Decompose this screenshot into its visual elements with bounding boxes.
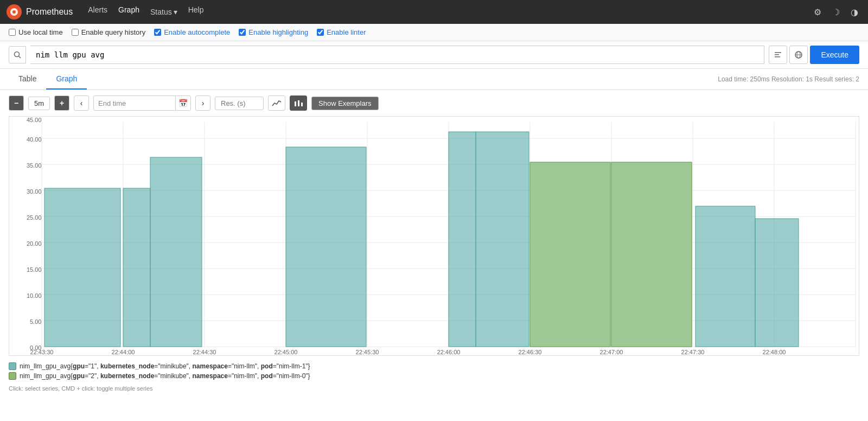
load-info: Load time: 250ms Resolution: 1s Result s…: [718, 75, 859, 83]
format-icon: [774, 50, 782, 59]
x-label-8: 22:47:30: [681, 349, 705, 355]
x-label-6: 22:46:30: [519, 349, 542, 355]
chart-svg: 0.00 5.00 10.00 15.00 20.00 25.00 30.00 …: [9, 117, 860, 355]
legend: nim_llm_gpu_avg{gpu="1", kubernetes_node…: [0, 356, 868, 384]
legend-label-2: nim_llm_gpu_avg{gpu="2", kubernetes_node…: [20, 372, 310, 380]
options-bar: Use local time Enable query history Enab…: [0, 24, 868, 41]
contrast-icon-btn[interactable]: ◑: [847, 5, 861, 20]
bar-6-green: [611, 162, 692, 347]
nav-help[interactable]: Help: [184, 3, 208, 16]
navbar-right: ⚙ ☽ ◑: [810, 5, 861, 20]
svg-rect-5: [775, 54, 779, 55]
enable-highlighting-label: Enable highlighting: [248, 28, 308, 36]
y-label-45: 45.00: [27, 117, 42, 123]
svg-line-3: [19, 56, 21, 59]
x-label-3: 22:45:00: [275, 349, 298, 355]
search-bar: Execute: [0, 41, 868, 69]
tab-graph[interactable]: Graph: [46, 69, 87, 90]
search-actions: Execute: [769, 46, 859, 64]
svg-rect-12: [301, 103, 303, 106]
enable-query-history-option[interactable]: Enable query history: [72, 28, 146, 36]
x-label-5: 22:46:00: [437, 349, 461, 355]
x-label-7: 22:47:00: [600, 349, 623, 355]
legend-hint: Click: select series, CMD + click: toggl…: [0, 384, 868, 396]
svg-rect-6: [775, 56, 780, 58]
query-input[interactable]: [30, 46, 764, 64]
prometheus-logo-icon: [7, 4, 22, 20]
end-time-placeholder: End time: [98, 99, 126, 107]
y-label-20: 20.00: [27, 240, 42, 247]
bar-3: [286, 147, 366, 347]
legend-color-2: [9, 372, 16, 380]
use-local-time-option[interactable]: Use local time: [9, 28, 63, 36]
bar-chart-icon: [293, 99, 303, 107]
y-label-25: 25.00: [27, 214, 42, 221]
x-label-9: 22:48:00: [763, 349, 786, 355]
use-local-time-label: Use local time: [18, 28, 63, 36]
legend-color-1: [9, 362, 16, 370]
metrics-explorer-btn[interactable]: [789, 46, 808, 64]
legend-item-2[interactable]: nim_llm_gpu_avg{gpu="2", kubernetes_node…: [9, 372, 859, 380]
y-label-10: 10.00: [27, 292, 42, 299]
graph-controls: − 5m + ‹ End time 📅 › Show Exemplars: [0, 90, 868, 116]
line-chart-btn[interactable]: [268, 95, 285, 111]
enable-autocomplete-checkbox[interactable]: [154, 29, 161, 36]
main-nav: Alerts Graph Status ▾ Help: [84, 5, 208, 18]
enable-highlighting-option[interactable]: Enable highlighting: [239, 28, 308, 36]
x-label-4: 22:45:30: [356, 349, 379, 355]
enable-linter-option[interactable]: Enable linter: [317, 28, 366, 36]
nav-graph[interactable]: Graph: [114, 3, 144, 16]
bar-1: [44, 188, 120, 347]
calendar-icon-btn[interactable]: 📅: [175, 95, 190, 111]
time-back-btn[interactable]: ‹: [74, 95, 89, 111]
duration-minus-btn[interactable]: −: [9, 95, 24, 111]
chart-container: 0.00 5.00 10.00 15.00 20.00 25.00 30.00 …: [9, 116, 859, 356]
enable-linter-label: Enable linter: [327, 28, 366, 36]
duration-plus-btn[interactable]: +: [54, 95, 69, 111]
bar-5-green: [530, 162, 610, 347]
svg-rect-4: [775, 52, 781, 53]
end-time-text: End time: [94, 99, 175, 107]
bar-4a: [449, 132, 476, 347]
x-label-2: 22:44:30: [193, 349, 216, 355]
format-query-btn[interactable]: [769, 46, 787, 64]
enable-autocomplete-option[interactable]: Enable autocomplete: [154, 28, 230, 36]
nav-alerts[interactable]: Alerts: [84, 3, 112, 16]
y-label-35: 35.00: [27, 162, 42, 169]
duration-display: 5m: [28, 97, 50, 110]
search-icon-wrap[interactable]: [9, 46, 26, 63]
tab-table[interactable]: Table: [9, 69, 46, 90]
line-chart-icon: [272, 99, 282, 107]
bar-2b: [150, 157, 202, 347]
time-forward-btn[interactable]: ›: [195, 95, 210, 111]
status-dropdown-icon: ▾: [174, 8, 177, 16]
y-label-40: 40.00: [27, 136, 42, 143]
x-label-0: 22:43:30: [30, 349, 54, 355]
resolution-input[interactable]: [215, 97, 264, 110]
bar-7a: [695, 206, 755, 347]
x-label-1: 22:44:00: [112, 349, 135, 355]
theme-icon-btn[interactable]: ☽: [829, 5, 843, 20]
show-exemplars-btn[interactable]: Show Exemplars: [311, 97, 379, 110]
enable-query-history-label: Enable query history: [81, 28, 146, 36]
legend-item-1[interactable]: nim_llm_gpu_avg{gpu="1", kubernetes_node…: [9, 362, 859, 370]
enable-linter-checkbox[interactable]: [317, 29, 324, 36]
end-time-wrapper: End time 📅: [93, 95, 191, 111]
svg-rect-10: [295, 101, 296, 106]
nav-status[interactable]: Status ▾: [146, 5, 182, 18]
bar-4b: [476, 132, 529, 347]
bar-chart-btn[interactable]: [290, 95, 307, 111]
settings-icon-btn[interactable]: ⚙: [810, 5, 825, 20]
globe-icon: [794, 50, 803, 59]
enable-query-history-checkbox[interactable]: [72, 29, 79, 36]
y-label-30: 30.00: [27, 188, 42, 195]
execute-button[interactable]: Execute: [810, 46, 859, 64]
use-local-time-checkbox[interactable]: [9, 29, 16, 36]
enable-highlighting-checkbox[interactable]: [239, 29, 246, 36]
svg-point-1: [12, 10, 16, 14]
bar-7b: [755, 219, 799, 347]
y-label-5: 5.00: [30, 318, 41, 325]
y-label-15: 15.00: [27, 266, 42, 273]
brand-name: Prometheus: [26, 7, 73, 17]
enable-autocomplete-label: Enable autocomplete: [164, 28, 230, 36]
